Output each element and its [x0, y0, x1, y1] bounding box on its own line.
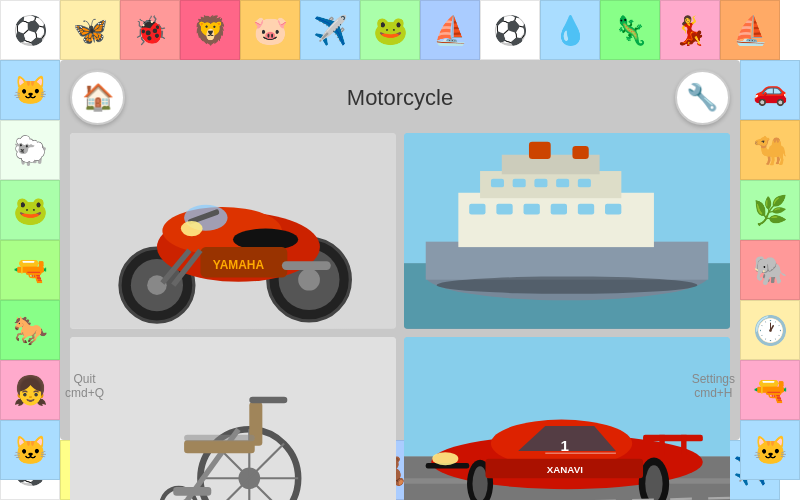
- tile-top-12: ⛵: [720, 0, 780, 60]
- wrench-icon: 🔧: [686, 82, 718, 113]
- svg-rect-32: [513, 179, 526, 188]
- ship-svg: [404, 133, 730, 329]
- tile-right-5: 🔫: [740, 360, 800, 420]
- tile-top-6: 🐸: [360, 0, 420, 60]
- tile-top-11: 💃: [660, 0, 720, 60]
- svg-rect-27: [524, 204, 540, 215]
- quit-text: Quit: [65, 372, 104, 386]
- tile-left-0: 🐱: [0, 60, 60, 120]
- svg-rect-30: [605, 204, 621, 215]
- svg-rect-34: [556, 179, 569, 188]
- racecar-svg: XANAVI 1: [404, 337, 730, 500]
- page-title: Motorcycle: [347, 85, 453, 111]
- tile-right-2: 🌿: [740, 180, 800, 240]
- tile-top-2: 🐞: [120, 0, 180, 60]
- settings-label: Settings cmd+H: [692, 372, 735, 400]
- tile-top-4: 🐷: [240, 0, 300, 60]
- wheelchair-svg: [70, 337, 396, 500]
- tile-right-4: 🕐: [740, 300, 800, 360]
- svg-rect-52: [184, 434, 255, 441]
- svg-rect-29: [578, 204, 594, 215]
- tile-left-1: 🐑: [0, 120, 60, 180]
- svg-rect-53: [173, 487, 211, 496]
- svg-rect-54: [249, 396, 287, 403]
- svg-rect-35: [578, 179, 591, 188]
- tile-top-7: ⛵: [420, 0, 480, 60]
- tile-right-3: 🐘: [740, 240, 800, 300]
- tile-top-10: 🦎: [600, 0, 660, 60]
- tile-top-5: ✈️: [300, 0, 360, 60]
- settings-shortcut: cmd+H: [692, 386, 735, 400]
- svg-rect-12: [282, 261, 331, 270]
- svg-rect-31: [491, 179, 504, 188]
- svg-rect-37: [572, 146, 588, 159]
- svg-point-16: [181, 221, 203, 236]
- motorcycle-image: YAMAHA: [70, 133, 396, 329]
- svg-rect-62: [659, 434, 664, 454]
- tile-left-6: 🐱: [0, 420, 60, 480]
- svg-rect-50: [184, 440, 255, 453]
- svg-point-3: [298, 269, 320, 291]
- tile-right-1: 🐪: [740, 120, 800, 180]
- tile-left-2: 🐸: [0, 180, 60, 240]
- tile-top-1: 🦋: [60, 0, 120, 60]
- svg-point-66: [472, 466, 487, 500]
- home-icon: 🏠: [82, 82, 114, 113]
- title-bar: 🏠 Motorcycle 🔧: [70, 70, 730, 125]
- tile-top-3: 🦁: [180, 0, 240, 60]
- quit-label: Quit cmd+Q: [65, 372, 104, 400]
- svg-rect-61: [643, 434, 703, 441]
- tile-top-9: 💧: [540, 0, 600, 60]
- svg-rect-36: [529, 142, 551, 159]
- tile-left-4: 🐎: [0, 300, 60, 360]
- svg-point-38: [437, 276, 698, 293]
- images-grid: YAMAHA: [70, 133, 730, 500]
- svg-point-72: [432, 452, 458, 465]
- svg-text:YAMAHA: YAMAHA: [213, 258, 265, 272]
- motorcycle-svg: YAMAHA: [70, 133, 396, 329]
- svg-rect-26: [496, 204, 512, 215]
- svg-text:XANAVI: XANAVI: [547, 463, 583, 474]
- svg-rect-39: [70, 337, 396, 500]
- svg-rect-28: [551, 204, 567, 215]
- tile-left-3: 🔫: [0, 240, 60, 300]
- home-button[interactable]: 🏠: [70, 70, 125, 125]
- settings-text: Settings: [692, 372, 735, 386]
- settings-icon-button[interactable]: 🔧: [675, 70, 730, 125]
- svg-rect-22: [458, 193, 654, 247]
- tile-top-8: ⚽: [480, 0, 540, 60]
- wheelchair-image: [70, 337, 396, 500]
- racecar-image: XANAVI 1: [404, 337, 730, 500]
- svg-text:1: 1: [561, 437, 570, 454]
- svg-rect-25: [469, 204, 485, 215]
- svg-rect-21: [426, 242, 709, 280]
- svg-rect-33: [534, 179, 547, 188]
- tile-left-5: 👧: [0, 360, 60, 420]
- quit-shortcut: cmd+Q: [65, 386, 104, 400]
- tile-right-0: 🚗: [740, 60, 800, 120]
- ship-image: [404, 133, 730, 329]
- tile-right-6: 🐱: [740, 420, 800, 480]
- main-area: 🏠 Motorcycle 🔧: [60, 60, 740, 440]
- tile-top-0: ⚽: [0, 0, 60, 60]
- svg-rect-63: [681, 434, 686, 454]
- svg-point-10: [233, 229, 298, 251]
